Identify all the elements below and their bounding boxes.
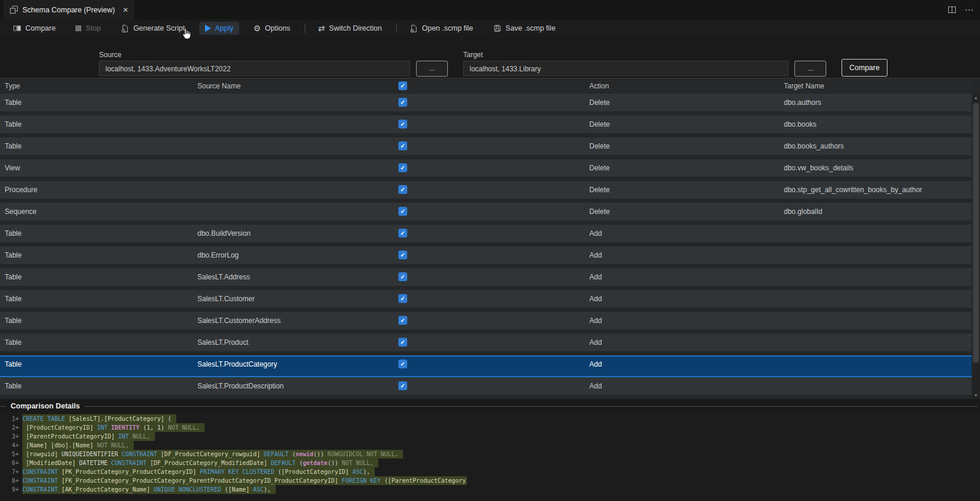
cell-target-name: dbo.stp_get_all_cowritten_books_by_autho… — [784, 181, 922, 199]
open-scmp-button[interactable]: Open .scmp file — [404, 22, 479, 35]
include-checkbox[interactable]: ✓ — [398, 338, 407, 347]
table-row[interactable]: Table SalesLT.ProductCategory ✓ Add — [0, 355, 972, 377]
line-number: 1+ — [0, 414, 19, 423]
code-line: 4+ [Name] [dbo].[Name] NOT NULL, — [0, 441, 467, 450]
mouse-cursor-hand-icon — [182, 28, 192, 40]
include-checkbox[interactable]: ✓ — [398, 120, 407, 128]
script-file-icon — [121, 24, 129, 33]
cell-source-name: dbo.BuildVersion — [197, 225, 250, 242]
cell-type: Table — [5, 225, 22, 242]
compare-icon — [13, 24, 21, 32]
cell-source-name: dbo.ErrorLog — [197, 246, 239, 264]
switch-direction-icon: ⇄ — [318, 24, 325, 32]
table-row[interactable]: Table dbo.BuildVersion ✓ Add — [0, 225, 972, 246]
target-browse-button[interactable]: ... — [794, 61, 826, 77]
cell-action: Add — [589, 334, 602, 351]
cell-source-name: SalesLT.ProductDescription — [197, 377, 284, 395]
table-row[interactable]: Table SalesLT.ProductDescription ✓ Add — [0, 377, 972, 399]
target-label: Target — [463, 51, 483, 59]
scroll-down-icon[interactable]: ▼ — [972, 393, 980, 397]
include-checkbox[interactable]: ✓ — [398, 207, 407, 216]
include-checkbox[interactable]: ✓ — [398, 360, 407, 368]
cell-target-name: dbo.books — [784, 116, 816, 133]
grid-scrollbar[interactable]: ▲ ▼ — [972, 94, 980, 399]
grid-body: Table ✓ Delete dbo.authors Table ✓ Delet… — [0, 94, 972, 399]
cell-action: Add — [589, 225, 602, 242]
tab-schema-compare[interactable]: Schema Compare (Preview) ✕ — [4, 0, 134, 19]
include-checkbox[interactable]: ✓ — [398, 98, 407, 107]
line-number: 4+ — [0, 441, 19, 450]
close-icon[interactable]: ✕ — [123, 6, 128, 14]
source-browse-button[interactable]: ... — [416, 61, 448, 77]
cell-action: Delete — [589, 181, 610, 199]
code-line: 2+ [ProductCategoryID] INT IDENTITY (1, … — [0, 423, 467, 432]
save-scmp-button[interactable]: Save .scmp file — [487, 22, 562, 35]
stop-button[interactable]: Stop — [70, 22, 107, 35]
include-checkbox[interactable]: ✓ — [398, 163, 407, 172]
cell-type: Table — [5, 268, 22, 286]
include-checkbox[interactable]: ✓ — [398, 272, 407, 281]
column-source-name[interactable]: Source Name — [197, 78, 240, 94]
target-input[interactable]: localhost, 1433.Library — [463, 61, 788, 76]
code-line: 7+CONSTRAINT [PK_ProductCategory_Product… — [0, 467, 467, 476]
table-row[interactable]: Table ✓ Delete dbo.authors — [0, 94, 972, 116]
column-type[interactable]: Type — [5, 78, 20, 94]
table-row[interactable]: Table SalesLT.CustomerAddress ✓ Add — [0, 312, 972, 334]
column-action[interactable]: Action — [589, 78, 609, 94]
compare-run-button[interactable]: Compare — [842, 59, 887, 77]
table-row[interactable]: Table ✓ Delete dbo.books — [0, 116, 972, 137]
source-label: Source — [99, 51, 121, 59]
include-checkbox[interactable]: ✓ — [398, 381, 407, 390]
select-all-checkbox[interactable]: ✓ — [398, 81, 407, 90]
include-checkbox[interactable]: ✓ — [398, 316, 407, 325]
more-actions-icon[interactable]: ⋯ — [965, 5, 974, 15]
split-editor-icon[interactable] — [948, 6, 956, 14]
table-row[interactable]: Table SalesLT.Customer ✓ Add — [0, 290, 972, 312]
toolbar-separator — [396, 24, 397, 33]
cell-type: Table — [5, 94, 22, 111]
source-input[interactable]: localhost, 1433.AdventureWorksLT2022 — [99, 61, 410, 76]
switch-direction-button[interactable]: ⇄ Switch Direction — [312, 22, 388, 35]
options-button[interactable]: ⚙ Options — [248, 22, 296, 35]
table-row[interactable]: Table ✓ Delete dbo.books_authors — [0, 137, 972, 159]
apply-button[interactable]: Apply — [199, 22, 239, 35]
sql-line-text: [rowguid] UNIQUEIDENTIFIER CONSTRAINT [D… — [22, 450, 403, 459]
stop-icon — [75, 25, 81, 31]
cell-type: Table — [5, 137, 22, 155]
toolbar-separator — [305, 24, 305, 33]
sql-line-text: CREATE TABLE [SalesLT].[ProductCategory]… — [22, 414, 176, 423]
line-number: 7+ — [0, 467, 19, 476]
sql-line-text: [ProductCategoryID] INT IDENTITY (1, 1) … — [22, 423, 204, 432]
include-checkbox[interactable]: ✓ — [398, 141, 407, 150]
table-row[interactable]: Procedure ✓ Delete dbo.stp_get_all_cowri… — [0, 181, 972, 203]
generate-script-button[interactable]: Generate Script — [115, 22, 191, 35]
cell-action: Add — [589, 312, 602, 329]
cell-source-name: SalesLT.ProductCategory — [197, 355, 277, 373]
scroll-up-icon[interactable]: ▲ — [972, 95, 980, 100]
cell-type: Table — [5, 116, 22, 133]
code-line: 5+ [rowguid] UNIQUEIDENTIFIER CONSTRAINT… — [0, 450, 467, 459]
cell-type: Table — [5, 246, 22, 264]
table-row[interactable]: Table dbo.ErrorLog ✓ Add — [0, 246, 972, 268]
include-checkbox[interactable]: ✓ — [398, 185, 407, 194]
table-row[interactable]: Sequence ✓ Delete dbo.globalId — [0, 203, 972, 225]
diff-left-code[interactable]: 1+CREATE TABLE [SalesLT].[ProductCategor… — [0, 414, 467, 501]
sql-line-text: CONSTRAINT [PK_ProductCategory_ProductCa… — [22, 467, 375, 476]
save-icon — [493, 24, 501, 32]
cell-target-name: dbo.globalId — [784, 203, 822, 220]
include-checkbox[interactable]: ✓ — [398, 229, 407, 238]
line-number: 6+ — [0, 459, 19, 467]
include-checkbox[interactable]: ✓ — [398, 294, 407, 303]
cell-source-name: SalesLT.CustomerAddress — [197, 312, 281, 329]
table-row[interactable]: Table SalesLT.Product ✓ Add — [0, 334, 972, 355]
column-target-name[interactable]: Target Name — [784, 78, 824, 94]
table-row[interactable]: Table SalesLT.Address ✓ Add — [0, 268, 972, 290]
include-checkbox[interactable]: ✓ — [398, 250, 407, 259]
scrollbar-thumb[interactable] — [973, 103, 979, 362]
cell-type: View — [5, 159, 20, 177]
cell-action: Delete — [589, 203, 610, 220]
table-row[interactable]: View ✓ Delete dbo.vw_books_details — [0, 159, 972, 181]
compare-button[interactable]: Compare — [7, 22, 61, 35]
schema-compare-window: Schema Compare (Preview) ✕ ⋯ Compare Sto… — [0, 0, 980, 501]
sql-line-text: CONSTRAINT [AK_ProductCategory_Name] UNI… — [22, 485, 276, 494]
